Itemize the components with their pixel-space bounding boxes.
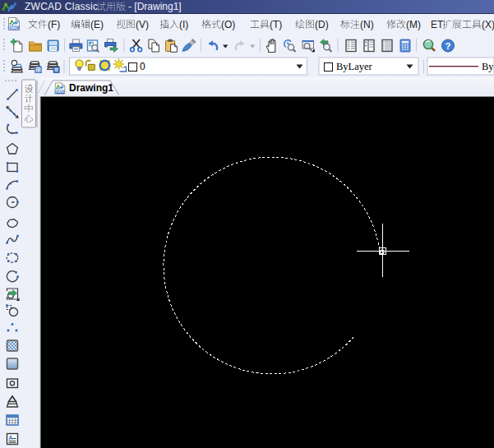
svg-text:DWG: DWG [55,90,64,94]
svg-text:(N): (N) [360,19,374,30]
svg-text:(E): (E) [90,19,104,30]
svg-text:(V): (V) [136,19,149,30]
svg-text:(T): (T) [270,19,282,30]
svg-text:0: 0 [140,61,145,72]
svg-text:Drawing1: Drawing1 [69,82,113,94]
svg-text:ByLayer: ByLayer [336,61,373,72]
svg-text:(O): (O) [221,19,235,30]
svg-text:(D): (D) [315,19,329,30]
svg-text:(X): (X) [482,19,494,30]
svg-text:ET: ET [431,19,444,30]
svg-text:- [Drawing1]: - [Drawing1] [128,1,182,12]
svg-text:(F): (F) [48,19,60,30]
svg-text:ByL: ByL [482,61,494,72]
svg-text:DWG: DWG [8,25,18,30]
svg-text:A: A [8,434,13,441]
svg-text:ZWCAD Classic: ZWCAD Classic [25,1,98,12]
svg-text:(I): (I) [179,19,188,30]
svg-text:(M): (M) [406,19,421,30]
svg-text:?: ? [445,41,450,51]
